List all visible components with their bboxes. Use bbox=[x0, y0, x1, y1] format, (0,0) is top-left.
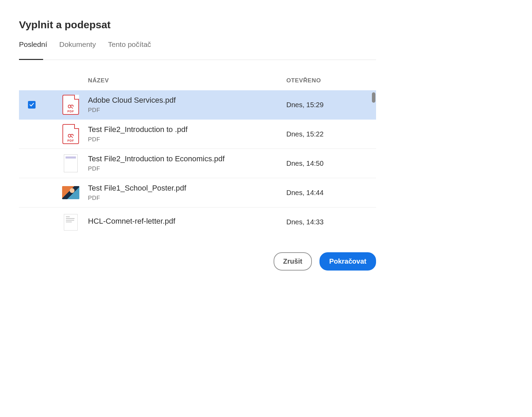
cancel-button[interactable]: Zrušit bbox=[274, 252, 312, 271]
file-type: PDF bbox=[88, 195, 279, 202]
file-type: PDF bbox=[88, 165, 279, 172]
tab-recent[interactable]: Poslední bbox=[19, 40, 47, 60]
pdf-file-icon: PDF bbox=[62, 95, 79, 115]
row-checkbox[interactable] bbox=[28, 101, 36, 109]
file-type: PDF bbox=[88, 107, 279, 114]
file-opened: Dnes, 15:22 bbox=[286, 130, 376, 138]
table-row[interactable]: Test File1_School_Poster.pdf PDF Dnes, 1… bbox=[19, 178, 376, 207]
file-opened: Dnes, 14:44 bbox=[286, 189, 376, 197]
document-thumbnail-icon bbox=[64, 154, 78, 172]
file-table: NÁZEV OTEVŘENO PDF bbox=[19, 77, 376, 237]
checkmark-icon bbox=[29, 102, 34, 107]
continue-button[interactable]: Pokračovat bbox=[319, 252, 376, 271]
column-header-name[interactable]: NÁZEV bbox=[88, 77, 286, 84]
table-header: NÁZEV OTEVŘENO bbox=[19, 77, 376, 90]
table-row[interactable]: Test File2_Introduction to Economics.pdf… bbox=[19, 149, 376, 178]
page-title: Vyplnit a podepsat bbox=[19, 19, 376, 31]
image-thumbnail-icon bbox=[62, 186, 79, 199]
source-tabs: Poslední Dokumenty Tento počítač bbox=[19, 40, 376, 60]
file-name: HCL-Comnet-ref-letter.pdf bbox=[88, 217, 279, 226]
scrollbar-thumb[interactable] bbox=[372, 92, 375, 103]
pdf-badge-label: PDF bbox=[67, 139, 74, 142]
pdf-file-icon: PDF bbox=[62, 124, 79, 144]
scrollbar[interactable] bbox=[372, 92, 375, 106]
file-opened: Dnes, 14:33 bbox=[286, 218, 376, 226]
file-opened: Dnes, 14:50 bbox=[286, 160, 376, 167]
table-row[interactable]: PDF Adobe Cloud Services.pdf PDF Dnes, 1… bbox=[19, 90, 376, 120]
pdf-badge-label: PDF bbox=[67, 110, 74, 113]
table-row[interactable]: PDF Test File2_Introduction to .pdf PDF … bbox=[19, 120, 376, 149]
dialog-footer: Zrušit Pokračovat bbox=[19, 252, 376, 271]
tab-documents[interactable]: Dokumenty bbox=[59, 40, 96, 60]
document-thumbnail-icon bbox=[64, 214, 78, 231]
file-type: PDF bbox=[88, 136, 279, 143]
file-name: Test File1_School_Poster.pdf bbox=[88, 184, 279, 193]
file-name: Test File2_Introduction to Economics.pdf bbox=[88, 154, 279, 163]
file-name: Adobe Cloud Services.pdf bbox=[88, 96, 279, 105]
file-name: Test File2_Introduction to .pdf bbox=[88, 125, 279, 134]
table-row[interactable]: HCL-Comnet-ref-letter.pdf Dnes, 14:33 bbox=[19, 207, 376, 237]
tab-this-computer[interactable]: Tento počítač bbox=[108, 40, 151, 60]
file-rows: PDF Adobe Cloud Services.pdf PDF Dnes, 1… bbox=[19, 90, 376, 237]
column-header-opened[interactable]: OTEVŘENO bbox=[286, 77, 376, 84]
file-opened: Dnes, 15:29 bbox=[286, 101, 376, 109]
